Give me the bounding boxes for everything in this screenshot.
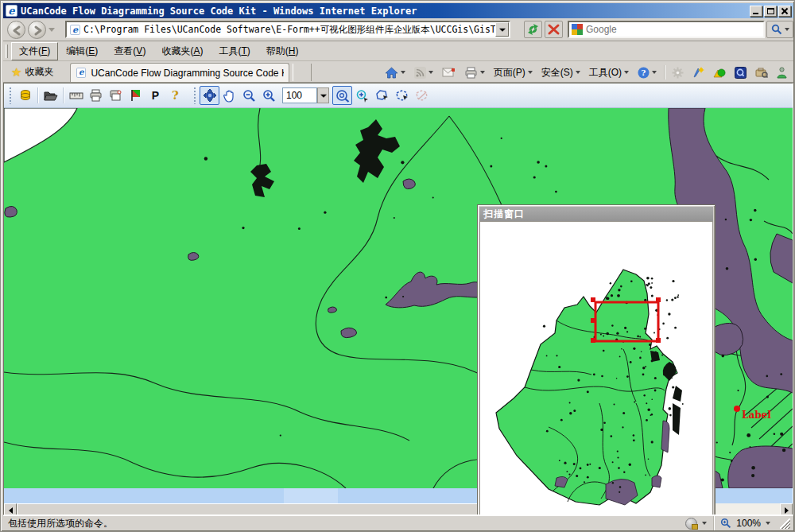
page-icon: e: [70, 25, 80, 35]
browser-window: e UCanCode Flow Diagramming Source Code …: [0, 0, 795, 532]
database-icon: [19, 89, 32, 102]
overview-title: 扫描窗口: [483, 208, 525, 221]
scroll-left-button[interactable]: [4, 503, 17, 515]
select-area-button[interactable]: [392, 86, 412, 105]
zoom-in-button[interactable]: [259, 86, 279, 105]
search-options-icon[interactable]: [785, 28, 789, 31]
favorites-star-icon: ★: [11, 66, 21, 78]
p-glyph: P: [152, 89, 159, 102]
scroll-right-button[interactable]: [780, 503, 793, 515]
help-button[interactable]: ?: [634, 65, 660, 80]
hand-pan-button[interactable]: [219, 86, 239, 105]
address-bar[interactable]: e: [65, 21, 510, 38]
select-shape-button[interactable]: [372, 86, 392, 105]
hand-icon: [223, 89, 236, 103]
overview-titlebar[interactable]: 扫描窗口: [479, 207, 713, 221]
address-dropdown-button[interactable]: [495, 22, 509, 37]
search-button[interactable]: [766, 21, 793, 38]
mail-icon: [442, 68, 456, 78]
open-file-button[interactable]: [41, 86, 60, 105]
flag-icon: [130, 89, 142, 102]
zoom-select-button[interactable]: [352, 86, 372, 105]
zoom-level-dropdown[interactable]: [317, 87, 329, 103]
database-button[interactable]: [15, 86, 35, 105]
safety-menu-button[interactable]: 安全(S): [538, 64, 584, 81]
read-mail-button[interactable]: [439, 66, 459, 80]
maximize-button[interactable]: [764, 6, 777, 17]
ruler-icon: [69, 91, 83, 99]
p-tool-button[interactable]: P: [145, 86, 165, 105]
menu-tools[interactable]: 工具(T): [211, 42, 258, 60]
command-bar: 页面(P) 安全(S) 工具(O) ?: [382, 63, 790, 82]
menu-file[interactable]: 文件(F): [11, 42, 58, 60]
addon-q-button[interactable]: [731, 65, 750, 80]
overview-map[interactable]: [479, 221, 713, 515]
addon-gear-button[interactable]: [669, 65, 687, 80]
toolbar-grip-2[interactable]: [193, 87, 196, 104]
search-input[interactable]: [586, 24, 763, 35]
active-tab[interactable]: e UCanCode Flow Diagramming Source Code …: [70, 63, 289, 82]
print-button[interactable]: [461, 65, 488, 80]
tab-title: UCanCode Flow Diagramming Source Code Ki…: [91, 68, 284, 79]
gear-icon: [672, 67, 684, 79]
address-input[interactable]: [83, 23, 495, 36]
addon-pen-button[interactable]: [689, 65, 708, 80]
zoom-magnifier-icon[interactable]: [720, 518, 731, 529]
zoom-level-value[interactable]: 100: [282, 87, 317, 103]
refresh-button[interactable]: [524, 21, 542, 38]
addon-shapes-button[interactable]: [710, 65, 729, 80]
tab-icon: e: [76, 68, 86, 78]
pan-mode-button[interactable]: [200, 86, 219, 105]
safety-menu-label: 安全(S): [541, 66, 573, 80]
zoom-window-icon: [335, 89, 350, 103]
q-app-icon: [735, 67, 747, 79]
tools-menu-button[interactable]: 工具(O): [586, 64, 632, 81]
person-icon: [777, 67, 787, 79]
zoom-level-combobox[interactable]: 100: [282, 87, 329, 103]
minimize-button[interactable]: [750, 6, 762, 17]
resize-grip[interactable]: [780, 518, 790, 529]
zoom-dropdown-icon[interactable]: [766, 522, 770, 525]
toolbar-grip[interactable]: [9, 87, 12, 104]
zoom-window-button[interactable]: [332, 86, 352, 105]
clear-selection-button[interactable]: [412, 86, 432, 105]
home-button[interactable]: [382, 65, 409, 80]
map-marker-label: Label: [742, 410, 771, 421]
print-map-button[interactable]: [86, 86, 106, 105]
menu-favorites[interactable]: 收藏夹(A): [153, 42, 211, 60]
page-zoom-level[interactable]: 100%: [736, 518, 761, 529]
measure-button[interactable]: [66, 86, 86, 105]
security-zone-icon[interactable]: [685, 518, 697, 530]
page-menu-button[interactable]: 页面(P): [491, 64, 536, 81]
back-button[interactable]: [7, 21, 25, 39]
menu-help[interactable]: 帮助(H): [258, 42, 307, 60]
menu-view[interactable]: 查看(V): [106, 42, 153, 60]
menubar-grip[interactable]: [6, 45, 8, 58]
navigation-bar: e: [3, 18, 793, 41]
forward-button[interactable]: [28, 21, 46, 39]
menu-bar: 文件(F) 编辑(E) 查看(V) 收藏夹(A) 工具(T) 帮助(H): [3, 41, 793, 61]
area-select-icon: [395, 89, 409, 103]
ie-logo-icon: e: [6, 5, 17, 17]
zoom-out-button[interactable]: [239, 86, 259, 105]
pan-cross-icon: [203, 88, 217, 103]
flag-button[interactable]: [126, 86, 145, 105]
search-box[interactable]: [568, 21, 765, 38]
zone-dropdown-icon[interactable]: [702, 522, 707, 525]
help-icon: ?: [638, 67, 650, 79]
stop-button[interactable]: [545, 21, 563, 38]
favorites-button[interactable]: ★ 收藏夹: [6, 64, 58, 80]
menu-edit[interactable]: 编辑(E): [58, 42, 106, 60]
history-dropdown-icon[interactable]: [48, 28, 55, 32]
gis-help-button[interactable]: ?: [165, 86, 185, 105]
title-bar[interactable]: e UCanCode Flow Diagramming Source Code …: [3, 3, 793, 18]
close-button[interactable]: [778, 6, 791, 17]
addon-briefcase-button[interactable]: [752, 65, 771, 80]
new-tab-stub[interactable]: [293, 64, 312, 81]
feeds-button[interactable]: [411, 65, 436, 80]
overview-window[interactable]: 扫描窗口: [477, 204, 716, 515]
print-preview-button[interactable]: [106, 86, 126, 105]
printer-icon: [464, 67, 478, 79]
addon-person-button[interactable]: [774, 65, 790, 80]
zoom-out-icon: [242, 89, 256, 103]
